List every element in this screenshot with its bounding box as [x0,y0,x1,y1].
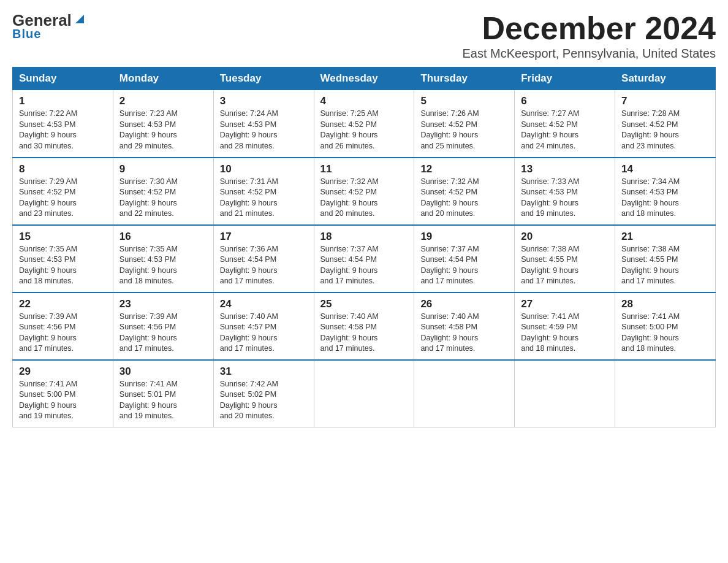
location-title: East McKeesport, Pennsylvania, United St… [462,47,716,61]
logo-general-text: General [12,12,72,28]
calendar-cell [414,360,515,427]
month-title: December 2024 [462,12,716,44]
calendar-cell: 14 Sunrise: 7:34 AMSunset: 4:53 PMDaylig… [615,158,716,225]
day-number: 31 [220,366,308,378]
day-info: Sunrise: 7:39 AMSunset: 4:56 PMDaylight:… [119,312,178,353]
calendar-cell: 1 Sunrise: 7:22 AMSunset: 4:53 PMDayligh… [13,90,113,158]
calendar-week-row: 8 Sunrise: 7:29 AMSunset: 4:52 PMDayligh… [13,158,716,225]
day-number: 15 [19,231,107,243]
day-number: 28 [621,298,709,310]
calendar-cell: 16 Sunrise: 7:35 AMSunset: 4:53 PMDaylig… [113,225,213,293]
calendar-cell [515,360,615,427]
day-number: 11 [320,163,408,175]
calendar-cell: 19 Sunrise: 7:37 AMSunset: 4:54 PMDaylig… [414,225,515,293]
day-number: 8 [19,163,107,175]
day-info: Sunrise: 7:22 AMSunset: 4:53 PMDaylight:… [19,109,77,150]
calendar-week-row: 15 Sunrise: 7:35 AMSunset: 4:53 PMDaylig… [13,225,716,293]
day-info: Sunrise: 7:41 AMSunset: 5:01 PMDaylight:… [119,380,178,421]
day-number: 9 [119,163,207,175]
day-info: Sunrise: 7:33 AMSunset: 4:53 PMDaylight:… [521,177,579,218]
day-info: Sunrise: 7:23 AMSunset: 4:53 PMDaylight:… [119,109,178,150]
day-number: 6 [521,95,609,107]
day-info: Sunrise: 7:30 AMSunset: 4:52 PMDaylight:… [119,177,178,218]
day-info: Sunrise: 7:24 AMSunset: 4:53 PMDaylight:… [220,109,278,150]
day-info: Sunrise: 7:42 AMSunset: 5:02 PMDaylight:… [220,380,278,421]
calendar-cell: 23 Sunrise: 7:39 AMSunset: 4:56 PMDaylig… [113,293,213,360]
header-sunday: Sunday [13,67,113,90]
calendar-cell: 6 Sunrise: 7:27 AMSunset: 4:52 PMDayligh… [515,90,615,158]
calendar-cell: 9 Sunrise: 7:30 AMSunset: 4:52 PMDayligh… [113,158,213,225]
calendar-cell: 12 Sunrise: 7:32 AMSunset: 4:52 PMDaylig… [414,158,515,225]
calendar-cell: 20 Sunrise: 7:38 AMSunset: 4:55 PMDaylig… [515,225,615,293]
day-number: 5 [420,95,508,107]
day-info: Sunrise: 7:38 AMSunset: 4:55 PMDaylight:… [521,245,579,286]
day-number: 7 [621,95,709,107]
calendar-cell [314,360,414,427]
day-number: 1 [19,95,107,107]
calendar-cell: 31 Sunrise: 7:42 AMSunset: 5:02 PMDaylig… [213,360,314,427]
day-info: Sunrise: 7:37 AMSunset: 4:54 PMDaylight:… [320,245,379,286]
day-info: Sunrise: 7:27 AMSunset: 4:52 PMDaylight:… [521,109,579,150]
calendar-cell: 2 Sunrise: 7:23 AMSunset: 4:53 PMDayligh… [113,90,213,158]
day-number: 30 [119,366,207,378]
day-number: 21 [621,231,709,243]
calendar-cell: 30 Sunrise: 7:41 AMSunset: 5:01 PMDaylig… [113,360,213,427]
day-number: 16 [119,231,207,243]
day-number: 18 [320,231,408,243]
calendar-cell: 3 Sunrise: 7:24 AMSunset: 4:53 PMDayligh… [213,90,314,158]
calendar-cell: 25 Sunrise: 7:40 AMSunset: 4:58 PMDaylig… [314,293,414,360]
calendar-cell [615,360,716,427]
day-info: Sunrise: 7:39 AMSunset: 4:56 PMDaylight:… [19,312,77,353]
day-info: Sunrise: 7:40 AMSunset: 4:58 PMDaylight:… [320,312,379,353]
day-number: 26 [420,298,508,310]
day-info: Sunrise: 7:32 AMSunset: 4:52 PMDaylight:… [320,177,379,218]
day-number: 20 [521,231,609,243]
svg-marker-0 [75,15,84,23]
day-number: 3 [220,95,308,107]
calendar-cell: 18 Sunrise: 7:37 AMSunset: 4:54 PMDaylig… [314,225,414,293]
page-header: General Blue December 2024 East McKeespo… [12,12,716,61]
calendar-header-row: SundayMondayTuesdayWednesdayThursdayFrid… [13,67,716,90]
day-info: Sunrise: 7:40 AMSunset: 4:57 PMDaylight:… [220,312,278,353]
calendar-cell: 8 Sunrise: 7:29 AMSunset: 4:52 PMDayligh… [13,158,113,225]
day-number: 4 [320,95,408,107]
header-monday: Monday [113,67,213,90]
calendar-week-row: 22 Sunrise: 7:39 AMSunset: 4:56 PMDaylig… [13,293,716,360]
day-number: 13 [521,163,609,175]
calendar-cell: 24 Sunrise: 7:40 AMSunset: 4:57 PMDaylig… [213,293,314,360]
header-wednesday: Wednesday [314,67,414,90]
day-info: Sunrise: 7:25 AMSunset: 4:52 PMDaylight:… [320,109,379,150]
calendar-week-row: 1 Sunrise: 7:22 AMSunset: 4:53 PMDayligh… [13,90,716,158]
calendar-week-row: 29 Sunrise: 7:41 AMSunset: 5:00 PMDaylig… [13,360,716,427]
header-tuesday: Tuesday [213,67,314,90]
calendar-cell: 26 Sunrise: 7:40 AMSunset: 4:58 PMDaylig… [414,293,515,360]
day-info: Sunrise: 7:31 AMSunset: 4:52 PMDaylight:… [220,177,278,218]
calendar-cell: 28 Sunrise: 7:41 AMSunset: 5:00 PMDaylig… [615,293,716,360]
day-info: Sunrise: 7:34 AMSunset: 4:53 PMDaylight:… [621,177,680,218]
day-number: 25 [320,298,408,310]
header-thursday: Thursday [414,67,515,90]
logo-blue-text: Blue [12,27,41,41]
calendar-cell: 22 Sunrise: 7:39 AMSunset: 4:56 PMDaylig… [13,293,113,360]
calendar-cell: 7 Sunrise: 7:28 AMSunset: 4:52 PMDayligh… [615,90,716,158]
day-number: 19 [420,231,508,243]
day-info: Sunrise: 7:37 AMSunset: 4:54 PMDaylight:… [420,245,479,286]
day-info: Sunrise: 7:40 AMSunset: 4:58 PMDaylight:… [420,312,479,353]
day-info: Sunrise: 7:41 AMSunset: 4:59 PMDaylight:… [521,312,579,353]
day-info: Sunrise: 7:35 AMSunset: 4:53 PMDaylight:… [19,245,77,286]
calendar-cell: 4 Sunrise: 7:25 AMSunset: 4:52 PMDayligh… [314,90,414,158]
calendar-cell: 13 Sunrise: 7:33 AMSunset: 4:53 PMDaylig… [515,158,615,225]
logo: General Blue [12,12,86,41]
day-info: Sunrise: 7:35 AMSunset: 4:53 PMDaylight:… [119,245,178,286]
calendar-cell: 27 Sunrise: 7:41 AMSunset: 4:59 PMDaylig… [515,293,615,360]
day-info: Sunrise: 7:38 AMSunset: 4:55 PMDaylight:… [621,245,680,286]
day-info: Sunrise: 7:32 AMSunset: 4:52 PMDaylight:… [420,177,479,218]
calendar-cell: 10 Sunrise: 7:31 AMSunset: 4:52 PMDaylig… [213,158,314,225]
day-number: 2 [119,95,207,107]
day-number: 24 [220,298,308,310]
day-number: 10 [220,163,308,175]
calendar-cell: 5 Sunrise: 7:26 AMSunset: 4:52 PMDayligh… [414,90,515,158]
day-info: Sunrise: 7:41 AMSunset: 5:00 PMDaylight:… [621,312,680,353]
day-number: 17 [220,231,308,243]
day-number: 23 [119,298,207,310]
